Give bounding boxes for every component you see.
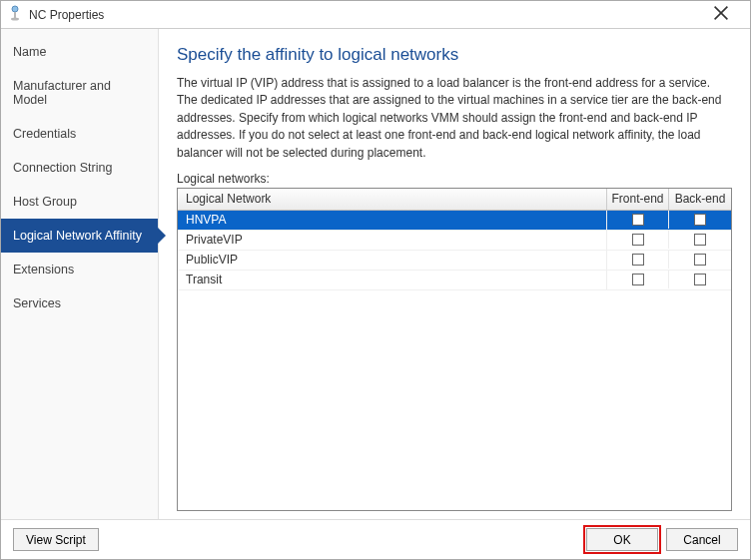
row-name: PrivateVIP xyxy=(178,230,607,250)
backend-checkbox[interactable] xyxy=(694,214,706,226)
frontend-checkbox[interactable] xyxy=(632,254,644,266)
cancel-button[interactable]: Cancel xyxy=(666,528,738,551)
column-header-backend[interactable]: Back-end xyxy=(669,189,731,210)
table-row[interactable]: PublicVIP xyxy=(178,251,731,271)
row-name: Transit xyxy=(178,270,607,289)
svg-point-2 xyxy=(11,18,19,21)
table-row[interactable]: PrivateVIP xyxy=(178,231,731,251)
logical-networks-grid: Logical Network Front-end Back-end HNVPA… xyxy=(177,188,732,511)
backend-checkbox[interactable] xyxy=(694,234,706,246)
svg-rect-1 xyxy=(14,12,16,18)
sidebar-item-services[interactable]: Services xyxy=(1,286,158,320)
row-name: HNVPA xyxy=(178,211,607,231)
main-panel: Specify the affinity to logical networks… xyxy=(159,29,750,519)
sidebar-item-manufacturer[interactable]: Manufacturer and Model xyxy=(1,69,158,117)
ok-button[interactable]: OK xyxy=(586,528,658,551)
page-heading: Specify the affinity to logical networks xyxy=(177,45,732,65)
footer: View Script OK Cancel xyxy=(1,519,750,559)
column-header-name[interactable]: Logical Network xyxy=(178,189,607,210)
backend-checkbox[interactable] xyxy=(694,254,706,266)
page-description: The virtual IP (VIP) address that is ass… xyxy=(177,75,732,162)
sidebar-item-credentials[interactable]: Credentials xyxy=(1,117,158,151)
grid-header: Logical Network Front-end Back-end xyxy=(178,189,731,211)
sidebar-item-name[interactable]: Name xyxy=(1,35,158,69)
table-row[interactable]: Transit xyxy=(178,271,731,290)
row-name: PublicVIP xyxy=(178,250,607,270)
titlebar: NC Properties xyxy=(1,1,750,29)
view-script-button[interactable]: View Script xyxy=(13,528,99,551)
sidebar-item-extensions[interactable]: Extensions xyxy=(1,253,158,286)
frontend-checkbox[interactable] xyxy=(632,274,644,285)
app-icon xyxy=(7,5,29,24)
column-header-frontend[interactable]: Front-end xyxy=(607,189,669,210)
sidebar: Name Manufacturer and Model Credentials … xyxy=(1,29,159,519)
svg-point-0 xyxy=(12,6,18,12)
close-icon xyxy=(713,5,735,24)
backend-checkbox[interactable] xyxy=(694,274,706,285)
dialog-window: NC Properties Name Manufacturer and Mode… xyxy=(0,0,751,560)
sidebar-item-host-group[interactable]: Host Group xyxy=(1,185,158,219)
table-row[interactable]: HNVPA xyxy=(178,211,731,231)
window-title: NC Properties xyxy=(29,8,104,22)
grid-label: Logical networks: xyxy=(177,172,732,186)
frontend-checkbox[interactable] xyxy=(632,234,644,246)
frontend-checkbox[interactable] xyxy=(632,214,644,226)
sidebar-item-logical-network-affinity[interactable]: Logical Network Affinity xyxy=(1,219,158,253)
grid-body: HNVPA PrivateVIP PublicVIP xyxy=(178,211,731,510)
close-button[interactable] xyxy=(704,1,744,28)
sidebar-item-connection-string[interactable]: Connection String xyxy=(1,151,158,185)
